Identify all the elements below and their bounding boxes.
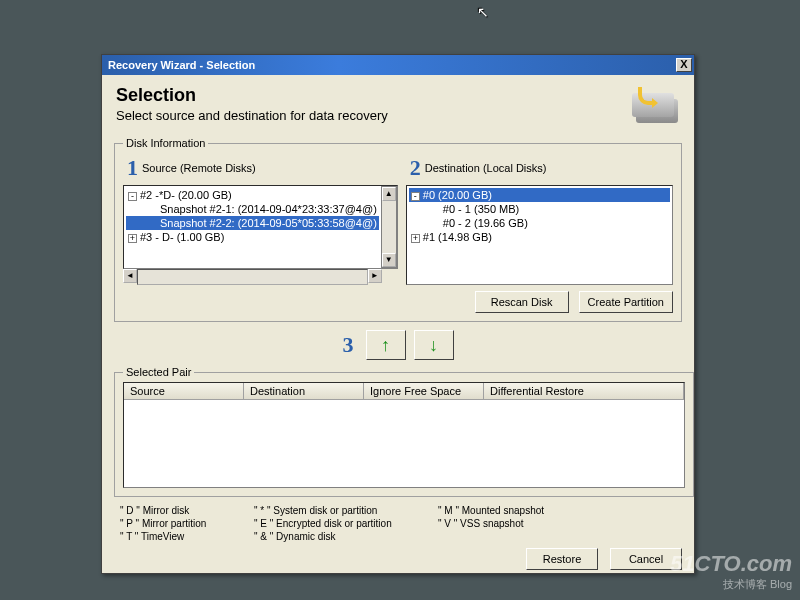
tree-node[interactable]: -#2 -*D- (20.00 GB)	[126, 188, 379, 202]
scroll-down-icon[interactable]: ▼	[382, 253, 396, 267]
watermark-sub: 技术博客 Blog	[670, 577, 792, 592]
transfer-step-number: 3	[343, 332, 354, 358]
watermark: 51CTO.com 技术博客 Blog	[670, 551, 792, 592]
header: Selection Select source and destination …	[114, 81, 682, 137]
footer-buttons: Restore Cancel	[114, 548, 682, 570]
destination-step-number: 2	[410, 155, 421, 181]
source-label: Source (Remote Disks)	[142, 162, 256, 174]
watermark-main: 51CTO.com	[670, 551, 792, 576]
selected-pair-table[interactable]: SourceDestinationIgnore Free SpaceDiffer…	[123, 382, 685, 488]
disk-information-legend: Disk Information	[123, 137, 208, 149]
close-button[interactable]: X	[676, 58, 692, 72]
legend-item: " P " Mirror partition	[120, 518, 240, 529]
page-subtitle: Select source and destination for data r…	[116, 108, 630, 123]
legend-item: " E " Encrypted disk or partition	[254, 518, 424, 529]
scroll-left-icon[interactable]: ◄	[123, 269, 137, 283]
tree-node-label: Snapshot #2-2: (2014-09-05*05:33:58@4@)	[160, 217, 377, 229]
tree-node-label: #0 - 1 (350 MB)	[443, 203, 519, 215]
expand-toggle-icon[interactable]: +	[128, 234, 137, 243]
selected-pair-group: Selected Pair SourceDestinationIgnore Fr…	[114, 366, 694, 497]
source-vscroll[interactable]: ▲ ▼	[381, 186, 397, 268]
source-hscroll[interactable]: ◄ ►	[123, 269, 398, 285]
column-header[interactable]: Ignore Free Space	[364, 383, 484, 399]
scroll-right-icon[interactable]: ►	[368, 269, 382, 283]
tree-node[interactable]: Snapshot #2-1: (2014-09-04*23:33:37@4@)	[126, 202, 379, 216]
legend-item: " M " Mounted snapshot	[438, 505, 568, 516]
tree-node[interactable]: -#0 (20.00 GB)	[409, 188, 670, 202]
window-title: Recovery Wizard - Selection	[108, 59, 676, 71]
column-header[interactable]: Differential Restore	[484, 383, 684, 399]
source-tree[interactable]: -#2 -*D- (20.00 GB)Snapshot #2-1: (2014-…	[123, 185, 398, 269]
header-text: Selection Select source and destination …	[116, 85, 630, 123]
legend-item: " D " Mirror disk	[120, 505, 240, 516]
move-down-button[interactable]: ↓	[414, 330, 454, 360]
expand-toggle-icon[interactable]: -	[411, 192, 420, 201]
source-step-number: 1	[127, 155, 138, 181]
transfer-controls: 3 ↑ ↓	[114, 330, 682, 360]
disk-information-group: Disk Information 1 Source (Remote Disks)…	[114, 137, 682, 322]
expand-toggle-icon[interactable]: +	[411, 234, 420, 243]
move-up-button[interactable]: ↑	[366, 330, 406, 360]
legend-item: " T " TimeView	[120, 531, 240, 542]
tree-node[interactable]: Snapshot #2-2: (2014-09-05*05:33:58@4@)	[126, 216, 379, 230]
destination-column: 2 Destination (Local Disks) -#0 (20.00 G…	[406, 153, 673, 313]
scroll-up-icon[interactable]: ▲	[382, 187, 396, 201]
restore-button[interactable]: Restore	[526, 548, 598, 570]
arrow-down-icon: ↓	[429, 335, 438, 356]
legend-item: " * " System disk or partition	[254, 505, 424, 516]
legend-item: " V " VSS snapshot	[438, 518, 568, 529]
selected-pair-legend: Selected Pair	[123, 366, 194, 378]
recovery-icon	[630, 85, 682, 127]
tree-node-label: #0 - 2 (19.66 GB)	[443, 217, 528, 229]
cursor-icon: ↖	[477, 4, 489, 20]
page-title: Selection	[116, 85, 630, 106]
source-column: 1 Source (Remote Disks) -#2 -*D- (20.00 …	[123, 153, 398, 285]
tree-node-label: Snapshot #2-1: (2014-09-04*23:33:37@4@)	[160, 203, 377, 215]
column-header[interactable]: Source	[124, 383, 244, 399]
tree-node-label: #2 -*D- (20.00 GB)	[140, 189, 232, 201]
symbol-legend: " D " Mirror disk" * " System disk or pa…	[120, 505, 682, 542]
column-header[interactable]: Destination	[244, 383, 364, 399]
tree-node[interactable]: +#1 (14.98 GB)	[409, 230, 670, 244]
rescan-disk-button[interactable]: Rescan Disk	[475, 291, 569, 313]
tree-node-label: #1 (14.98 GB)	[423, 231, 492, 243]
arrow-up-icon: ↑	[381, 335, 390, 356]
dialog-content: Selection Select source and destination …	[102, 75, 694, 576]
legend-item: " & " Dynamic disk	[254, 531, 424, 542]
create-partition-button[interactable]: Create Partition	[579, 291, 673, 313]
tree-node-label: #3 - D- (1.00 GB)	[140, 231, 224, 243]
destination-tree[interactable]: -#0 (20.00 GB)#0 - 1 (350 MB)#0 - 2 (19.…	[406, 185, 673, 285]
tree-node[interactable]: +#3 - D- (1.00 GB)	[126, 230, 379, 244]
expand-toggle-icon[interactable]: -	[128, 192, 137, 201]
tree-node[interactable]: #0 - 1 (350 MB)	[409, 202, 670, 216]
tree-node-label: #0 (20.00 GB)	[423, 189, 492, 201]
recovery-wizard-dialog: Recovery Wizard - Selection X Selection …	[101, 54, 695, 574]
tree-node[interactable]: #0 - 2 (19.66 GB)	[409, 216, 670, 230]
destination-label: Destination (Local Disks)	[425, 162, 547, 174]
titlebar: Recovery Wizard - Selection X	[102, 55, 694, 75]
